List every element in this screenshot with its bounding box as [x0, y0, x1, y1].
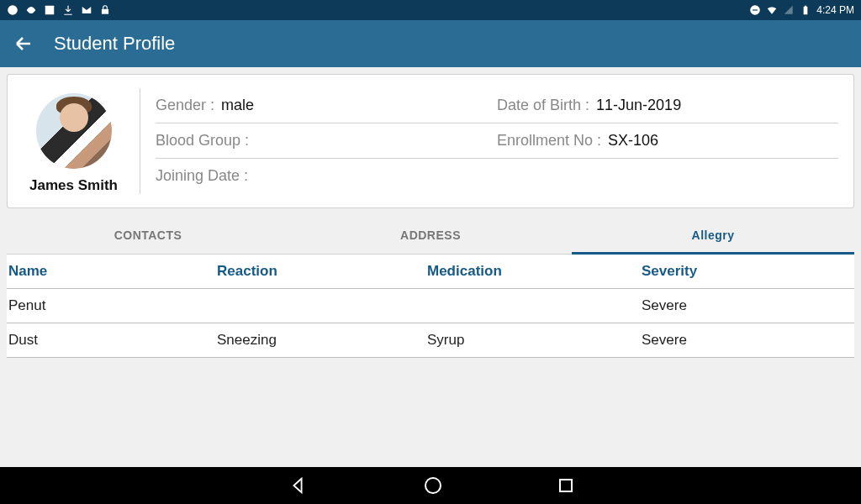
header-severity: Severity: [642, 263, 854, 280]
wifi-icon: [766, 4, 778, 16]
cell-severity: Severe: [642, 297, 854, 314]
notification-icon: [7, 4, 18, 16]
battery-icon: [800, 4, 811, 16]
svg-rect-1: [45, 6, 55, 15]
joining-date-label: Joining Date :: [156, 167, 248, 185]
info-column: Gender : male Date of Birth : 11-Jun-201…: [156, 88, 838, 194]
cell-name: Dust: [7, 332, 217, 349]
nav-back-icon[interactable]: [288, 476, 307, 495]
info-row-1: Gender : male Date of Birth : 11-Jun-201…: [156, 88, 838, 123]
tab-allergy[interactable]: Allegry: [572, 217, 854, 254]
student-avatar: [36, 93, 112, 169]
svg-rect-5: [804, 7, 808, 14]
joining-date-field: Joining Date :: [156, 167, 497, 185]
gender-value: male: [221, 97, 254, 114]
signal-icon: [783, 4, 795, 16]
cell-medication: [427, 297, 642, 314]
header-medication: Medication: [427, 263, 642, 280]
gender-field: Gender : male: [156, 97, 497, 114]
eye-icon: [25, 4, 37, 16]
dob-field: Date of Birth : 11-Jun-2019: [497, 97, 838, 114]
svg-rect-4: [753, 9, 758, 10]
tab-address[interactable]: ADDRESS: [289, 217, 572, 254]
status-time: 4:24 PM: [816, 4, 854, 16]
status-left-icons: [7, 4, 111, 16]
gender-label: Gender :: [156, 97, 214, 114]
dob-value: 11-Jun-2019: [596, 97, 681, 114]
enrollment-value: SX-106: [608, 132, 658, 150]
tab-contacts[interactable]: CONTACTS: [7, 217, 289, 254]
cell-name: Penut: [7, 297, 217, 314]
nav-home-icon[interactable]: [425, 477, 441, 494]
lock-icon: [99, 4, 111, 16]
avatar-column: James Smith: [23, 88, 140, 194]
dob-label: Date of Birth :: [497, 97, 589, 114]
blood-group-field: Blood Group :: [156, 132, 497, 150]
back-arrow-icon[interactable]: [13, 34, 34, 54]
svg-rect-2: [102, 9, 108, 14]
header-reaction: Reaction: [217, 263, 427, 280]
nav-recent-icon[interactable]: [559, 479, 573, 492]
enrollment-label: Enrollment No :: [497, 132, 601, 150]
info-row-3: Joining Date :: [156, 159, 838, 193]
dnd-icon: [749, 4, 761, 16]
android-nav-bar: [0, 467, 861, 504]
svg-point-0: [8, 5, 18, 15]
allergy-table: Name Reaction Medication Severity Penut …: [7, 255, 854, 358]
table-row: Dust Sneezing Syrup Severe: [7, 323, 854, 358]
cell-reaction: [217, 297, 427, 314]
page-title: Student Profile: [54, 33, 175, 55]
status-right-icons: 4:24 PM: [749, 4, 854, 16]
blood-group-label: Blood Group :: [156, 132, 249, 150]
table-row: Penut Severe: [7, 289, 854, 323]
header-name: Name: [7, 263, 217, 280]
mail-icon: [81, 4, 92, 16]
app-bar: Student Profile: [0, 20, 861, 67]
svg-rect-6: [805, 6, 806, 7]
content-area: James Smith Gender : male Date of Birth …: [0, 67, 861, 467]
cell-medication: Syrup: [427, 332, 642, 349]
image-icon: [44, 4, 55, 16]
table-header: Name Reaction Medication Severity: [7, 255, 854, 289]
profile-card: James Smith Gender : male Date of Birth …: [7, 74, 854, 208]
tabs: CONTACTS ADDRESS Allegry: [7, 217, 854, 255]
cell-reaction: Sneezing: [217, 332, 427, 349]
info-row-2: Blood Group : Enrollment No : SX-106: [156, 123, 838, 159]
status-bar: 4:24 PM: [0, 0, 861, 20]
enrollment-field: Enrollment No : SX-106: [497, 132, 838, 150]
cell-severity: Severe: [642, 332, 854, 349]
student-name: James Smith: [29, 177, 118, 194]
download-icon: [62, 4, 74, 16]
